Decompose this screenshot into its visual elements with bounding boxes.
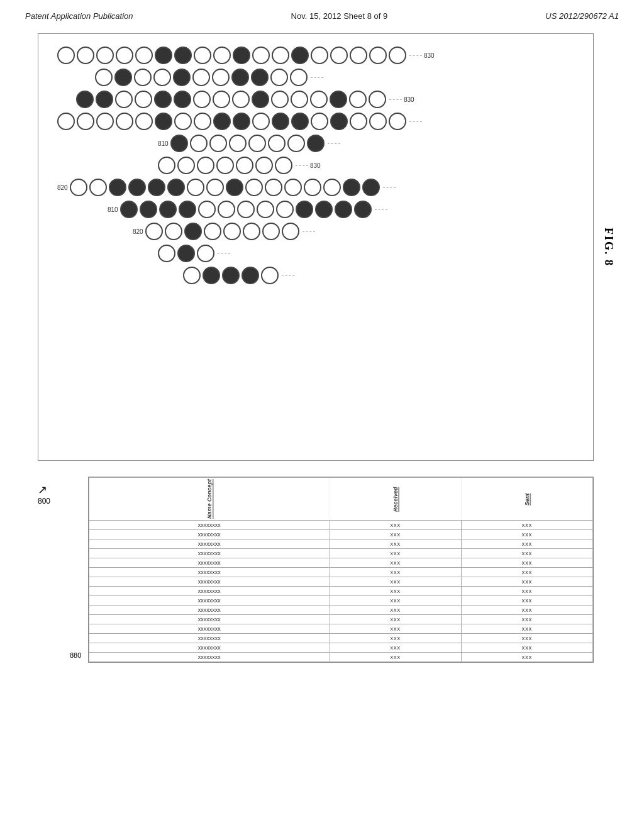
- col-received: Received: [330, 478, 461, 521]
- filled-circle: [203, 267, 220, 284]
- filled-circle: [233, 47, 250, 64]
- filled-circle: [184, 223, 202, 240]
- empty-circle: [290, 69, 308, 86]
- figure-label: FIG. 8: [601, 228, 614, 267]
- table-cell: xxx: [330, 558, 461, 568]
- empty-circle: [311, 47, 328, 64]
- empty-circle: [252, 47, 270, 64]
- empty-circle: [197, 157, 214, 174]
- filled-circle: [222, 267, 240, 284]
- table-row: xxxxxxxxxxxxxx: [89, 549, 593, 558]
- filled-circle: [109, 179, 126, 196]
- empty-circle: [77, 47, 94, 64]
- table-cell: xxx: [461, 634, 592, 643]
- table-cell: xxxxxxxx: [89, 624, 330, 634]
- data-table: Name Concept Received Sent xxxxxxxxxxxxx…: [88, 477, 594, 663]
- table-row: xxxxxxxxxxxxxx: [89, 521, 593, 530]
- empty-circle: [158, 157, 175, 174]
- table-cell: xxx: [330, 634, 461, 643]
- table-row: xxxxxxxxxxxxxx: [89, 596, 593, 606]
- table-cell: xxx: [461, 653, 592, 662]
- table-cell: xxx: [461, 568, 592, 577]
- table-row: xxxxxxxxxxxxxx: [89, 624, 593, 634]
- filled-circle: [251, 69, 269, 86]
- empty-circle: [190, 135, 208, 152]
- empty-circle: [165, 223, 182, 240]
- empty-circle: [183, 267, 201, 284]
- empty-circle: [236, 157, 253, 174]
- empty-circle: [350, 47, 367, 64]
- empty-circle: [135, 91, 152, 108]
- empty-circle: [135, 113, 153, 130]
- filled-circle: [167, 179, 185, 196]
- row-dash: [218, 253, 230, 254]
- empty-circle: [245, 179, 263, 196]
- empty-circle: [197, 245, 214, 262]
- table-cell: xxxxxxxx: [89, 653, 330, 662]
- table-cell: xxx: [461, 624, 592, 634]
- label-880: 880: [70, 651, 81, 659]
- filled-circle: [76, 91, 94, 108]
- filled-circle: [231, 69, 249, 86]
- empty-circle: [115, 91, 133, 108]
- filled-circle: [159, 201, 177, 218]
- empty-circle: [194, 47, 211, 64]
- filled-circle: [362, 179, 380, 196]
- empty-circle: [243, 223, 260, 240]
- filled-circle: [291, 47, 309, 64]
- empty-circle: [77, 113, 94, 130]
- empty-circle: [310, 91, 328, 108]
- empty-circle: [265, 179, 282, 196]
- filled-circle: [155, 113, 172, 130]
- filled-circle: [174, 47, 192, 64]
- table-row: xxxxxxxxxxxxxx: [89, 577, 593, 587]
- empty-circle: [198, 201, 216, 218]
- empty-circle: [212, 69, 230, 86]
- empty-circle: [330, 47, 348, 64]
- filled-circle: [177, 245, 195, 262]
- filled-circle: [296, 201, 313, 218]
- table-cell: xxx: [330, 643, 461, 653]
- row-label-left: 820: [133, 228, 143, 235]
- empty-circle: [194, 113, 211, 130]
- empty-circle: [304, 179, 321, 196]
- empty-circle: [193, 91, 211, 108]
- header-right: US 2012/290672 A1: [545, 11, 619, 21]
- empty-circle: [216, 157, 234, 174]
- filled-circle: [179, 201, 196, 218]
- row-dash: [303, 231, 315, 232]
- page-header: Patent Application Publication Nov. 15, …: [0, 0, 644, 27]
- empty-circle: [89, 179, 107, 196]
- table-cell: xxx: [461, 606, 592, 615]
- empty-circle: [389, 113, 406, 130]
- table-cell: xxxxxxxx: [89, 521, 330, 530]
- table-cell: xxx: [330, 587, 461, 596]
- empty-circle: [187, 179, 204, 196]
- table-row: xxxxxxxxxxxxxx: [89, 606, 593, 615]
- row-label-right: 830: [310, 162, 321, 169]
- table-cell: xxxxxxxx: [89, 577, 330, 587]
- table-cell: xxxxxxxx: [89, 530, 330, 540]
- filled-circle: [170, 135, 188, 152]
- filled-circle: [128, 179, 146, 196]
- table-cell: xxxxxxxx: [89, 596, 330, 606]
- empty-circle: [192, 69, 210, 86]
- table-cell: xxx: [461, 521, 592, 530]
- table-cell: xxx: [461, 530, 592, 540]
- circle-rows-container: 830830810830820810820: [51, 47, 587, 284]
- filled-circle: [307, 135, 325, 152]
- table-cell: xxxxxxxx: [89, 587, 330, 596]
- filled-circle: [226, 179, 243, 196]
- empty-circle: [116, 47, 133, 64]
- empty-circle: [70, 179, 87, 196]
- table-cell: xxxxxxxx: [89, 643, 330, 653]
- table-cell: xxx: [330, 568, 461, 577]
- filled-circle: [140, 201, 157, 218]
- circle-row: 830: [158, 157, 587, 174]
- empty-circle: [153, 69, 171, 86]
- table-cell: xxx: [330, 615, 461, 624]
- table-cell: xxx: [330, 549, 461, 558]
- filled-circle: [252, 91, 269, 108]
- empty-circle: [349, 91, 367, 108]
- empty-circle: [57, 113, 75, 130]
